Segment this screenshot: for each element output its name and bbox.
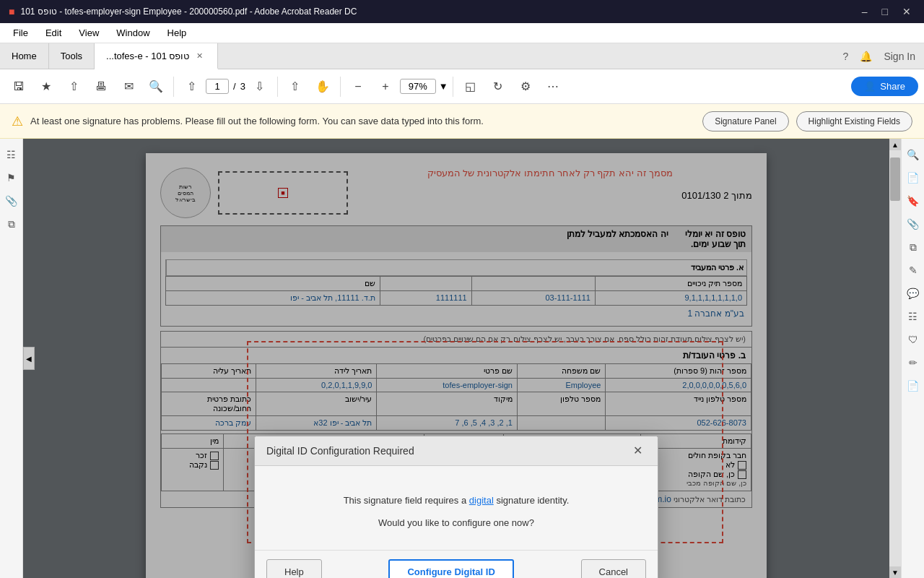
window-title: טופס 101 - tofes-employer-sign Employee … [20, 7, 357, 17]
layers-sidebar-icon[interactable]: ⧉ [1, 214, 22, 234]
sign-icon[interactable]: ✎ [903, 260, 923, 280]
cancel-button[interactable]: Cancel [581, 559, 646, 579]
dialog-message2: Would you like to configure one now? [269, 517, 643, 528]
digital-id-dialog: Digital ID Configuration Required ✕ This… [254, 436, 658, 579]
zoom-dropdown-icon[interactable]: ▼ [439, 81, 448, 92]
share-button[interactable]: 👤 Share [851, 77, 918, 96]
title-bar: ■ טופס 101 - tofes-employer-sign Employe… [0, 0, 924, 23]
sep2 [277, 77, 278, 97]
comment-icon[interactable]: 💬 [903, 283, 923, 303]
tab-home-label: Home [12, 51, 37, 61]
zoom-level[interactable]: 97% [400, 79, 436, 94]
notification-icon[interactable]: 🔔 [860, 51, 872, 62]
rotate-btn[interactable]: ↻ [485, 74, 511, 100]
left-sidebar: ☷ ⚑ 📎 ⧉ [0, 139, 23, 578]
more-btn[interactable]: ⋯ [540, 74, 566, 100]
signin-label[interactable]: Sign In [884, 51, 915, 62]
share-icon: 👤 [864, 81, 876, 92]
upload-btn[interactable]: ⇧ [61, 74, 87, 100]
zoom-control: 97% ▼ [400, 79, 448, 94]
pdf-scroll[interactable]: מסמך זה יהא תקף רק לאחר חתימתו אלקטרונית… [23, 139, 889, 578]
main-layout: ☷ ⚑ 📎 ⧉ מסמך זה יהא תקף רק לאחר חתימתו א… [0, 139, 924, 578]
page-thumbnail-icon[interactable]: ☷ [1, 144, 22, 165]
organize-icon[interactable]: ☷ [903, 306, 923, 327]
tab-right-actions: ? 🔔 Sign In [843, 43, 924, 69]
configure-digital-id-button[interactable]: Configure Digital ID [388, 559, 513, 579]
tab-close-btn[interactable]: ✕ [193, 50, 206, 62]
scroll-down-btn[interactable]: ▼ [889, 566, 901, 578]
toolbar: 🖫 ★ ⇧ 🖶 ✉ 🔍 ⇧ / 3 ⇩ ⇧ ✋ − + 97% ▼ ◱ ↻ ⚙ … [0, 69, 924, 104]
dialog-body: This signature field requires a digital … [255, 466, 658, 550]
highlight-fields-button[interactable]: Highlight Existing Fields [796, 111, 912, 131]
window-controls[interactable]: – □ ✕ [858, 4, 915, 19]
edit-pdf-icon[interactable]: ✏ [903, 353, 923, 373]
protect-icon[interactable]: 🛡 [903, 329, 923, 350]
print-btn[interactable]: 🖶 [88, 74, 114, 100]
tab-tools-label: Tools [61, 51, 82, 61]
notification-text: At least one signature has problems. Ple… [30, 116, 695, 126]
scrollbar-track[interactable] [889, 150, 901, 566]
email-btn[interactable]: ✉ [116, 74, 141, 100]
pdf-area: מסמך זה יהא תקף רק לאחר חתימתו אלקטרונית… [23, 139, 901, 578]
magnify-icon[interactable]: 🔍 [903, 144, 923, 165]
sep4 [453, 77, 453, 97]
tab-document[interactable]: ...tofes-e - 101 טופס ✕ [95, 43, 218, 69]
collapse-sidebar-btn[interactable]: ◀ [23, 347, 35, 370]
tab-home[interactable]: Home [0, 43, 49, 69]
page-input[interactable] [206, 79, 229, 94]
help-button[interactable]: Help [266, 559, 322, 579]
menu-view[interactable]: View [71, 25, 106, 40]
page-sep: / [233, 81, 236, 92]
tab-document-label: ...tofes-e - 101 טופס [106, 51, 189, 61]
attach-icon[interactable]: 📎 [903, 214, 923, 234]
page-total: 3 [240, 81, 245, 92]
page-nav: / 3 [206, 79, 245, 94]
signature-panel-button[interactable]: Signature Panel [702, 111, 788, 131]
tab-tools[interactable]: Tools [49, 43, 95, 69]
fit-page-btn[interactable]: ◱ [458, 74, 484, 100]
share-label: Share [880, 81, 905, 92]
add-page-icon[interactable]: 📄 [903, 168, 923, 188]
zoom-out-btn[interactable]: − [345, 74, 371, 100]
hand-btn[interactable]: ✋ [310, 74, 336, 100]
attachment-sidebar-icon[interactable]: 📎 [1, 191, 22, 211]
dialog-close-btn[interactable]: ✕ [629, 442, 646, 460]
app-icon: ■ [9, 6, 14, 17]
export-icon[interactable]: 📄 [903, 376, 923, 396]
menu-file[interactable]: File [6, 25, 35, 40]
dialog-overlay: Digital ID Configuration Required ✕ This… [146, 153, 767, 578]
vertical-scrollbar[interactable]: ▲ ▼ [889, 139, 901, 578]
minimize-btn[interactable]: – [858, 4, 872, 19]
tab-bar: Home Tools ...tofes-e - 101 טופס ✕ ? 🔔 S… [0, 43, 924, 69]
layers-icon[interactable]: ⧉ [903, 237, 923, 257]
right-sidebar: 🔍 📄 🔖 📎 ⧉ ✎ 💬 ☷ 🛡 ✏ 📄 [901, 139, 924, 578]
cursor-btn[interactable]: ⇧ [282, 74, 308, 100]
close-btn[interactable]: ✕ [898, 4, 915, 19]
tools-btn[interactable]: ⚙ [513, 74, 539, 100]
sep1 [173, 77, 174, 97]
zoom-in-btn[interactable]: + [372, 74, 398, 100]
next-page-btn[interactable]: ⇩ [247, 74, 273, 100]
search-btn[interactable]: 🔍 [143, 74, 169, 100]
maximize-btn[interactable]: □ [878, 4, 892, 19]
bookmark-btn[interactable]: ★ [33, 74, 59, 100]
menu-bar: File Edit View Window Help [0, 23, 924, 43]
add-bookmark-icon[interactable]: 🔖 [903, 191, 923, 211]
scroll-up-btn[interactable]: ▲ [889, 139, 901, 150]
digital-word: digital [469, 495, 494, 506]
help-icon[interactable]: ? [843, 51, 849, 62]
dialog-footer: Help Configure Digital ID Cancel [255, 550, 658, 579]
menu-edit[interactable]: Edit [38, 25, 69, 40]
warning-icon: ⚠ [12, 113, 23, 129]
sep3 [340, 77, 341, 97]
prev-page-btn[interactable]: ⇧ [178, 74, 204, 100]
pdf-page: מסמך זה יהא תקף רק לאחר חתימתו אלקטרונית… [146, 153, 767, 578]
save-btn[interactable]: 🖫 [6, 74, 32, 100]
dialog-header: Digital ID Configuration Required ✕ [255, 436, 658, 466]
menu-help[interactable]: Help [160, 25, 194, 40]
dialog-title: Digital ID Configuration Required [266, 445, 414, 457]
scrollbar-thumb[interactable] [890, 158, 900, 201]
bookmark-sidebar-icon[interactable]: ⚑ [1, 168, 22, 188]
notification-bar: ⚠ At least one signature has problems. P… [0, 104, 924, 139]
menu-window[interactable]: Window [109, 25, 157, 40]
